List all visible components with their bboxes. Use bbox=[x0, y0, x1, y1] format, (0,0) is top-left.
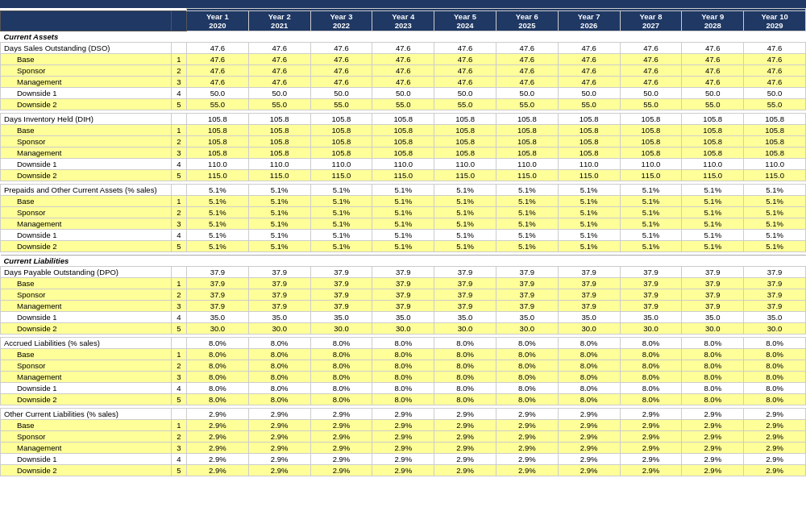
group-title-row: Days Sales Outstanding (DSO)47.647.647.6… bbox=[1, 43, 806, 54]
section-header-row: Current Assets bbox=[1, 31, 806, 43]
scenario-row: Downside 2530.030.030.030.030.030.030.03… bbox=[1, 323, 806, 335]
scenario-row: Downside 148.0%8.0%8.0%8.0%8.0%8.0%8.0%8… bbox=[1, 383, 806, 394]
scenario-row: Downside 142.9%2.9%2.9%2.9%2.9%2.9%2.9%2… bbox=[1, 454, 806, 465]
group-title-row: Days Inventory Held (DIH)105.8105.8105.8… bbox=[1, 114, 806, 125]
year8-header: Year 82027 bbox=[620, 11, 682, 31]
year10-header: Year 102029 bbox=[744, 11, 806, 31]
year2-header: Year 22021 bbox=[248, 11, 310, 31]
scenario-row: Downside 145.1%5.1%5.1%5.1%5.1%5.1%5.1%5… bbox=[1, 230, 806, 241]
year7-header: Year 72026 bbox=[558, 11, 620, 31]
scenario-row: Sponsor28.0%8.0%8.0%8.0%8.0%8.0%8.0%8.0%… bbox=[1, 360, 806, 372]
scenario-row: Sponsor22.9%2.9%2.9%2.9%2.9%2.9%2.9%2.9%… bbox=[1, 431, 806, 443]
spacer-row bbox=[1, 476, 806, 480]
scenario-row: Base18.0%8.0%8.0%8.0%8.0%8.0%8.0%8.0%8.0… bbox=[1, 349, 806, 360]
scenario-row: Base15.1%5.1%5.1%5.1%5.1%5.1%5.1%5.1%5.1… bbox=[1, 196, 806, 207]
scenario-row: Downside 25115.0115.0115.0115.0115.0115.… bbox=[1, 170, 806, 181]
scenario-row: Downside 2555.055.055.055.055.055.055.05… bbox=[1, 99, 806, 110]
year1-header: Year 12020 bbox=[186, 11, 248, 31]
scenario-row: Sponsor2105.8105.8105.8105.8105.8105.810… bbox=[1, 136, 806, 148]
scenario-row: Sponsor237.937.937.937.937.937.937.937.9… bbox=[1, 289, 806, 301]
year5-header: Year 52024 bbox=[434, 11, 496, 31]
page-title bbox=[0, 0, 806, 8]
group-title-row: Days Payable Outstanding (DPO)37.937.937… bbox=[1, 267, 806, 278]
year4-header: Year 42023 bbox=[372, 11, 434, 31]
scenario-row: Downside 1450.050.050.050.050.050.050.05… bbox=[1, 88, 806, 99]
scenario-row: Downside 14110.0110.0110.0110.0110.0110.… bbox=[1, 159, 806, 170]
scenario-row: Sponsor25.1%5.1%5.1%5.1%5.1%5.1%5.1%5.1%… bbox=[1, 207, 806, 218]
scenario-row: Management3105.8105.8105.8105.8105.8105.… bbox=[1, 148, 806, 159]
section-header-row: Current Liabilities bbox=[1, 256, 806, 267]
group-title-row: Other Current Liabilities (% sales)2.9%2… bbox=[1, 409, 806, 420]
scenario-row: Downside 255.1%5.1%5.1%5.1%5.1%5.1%5.1%5… bbox=[1, 241, 806, 252]
year3-header: Year 32022 bbox=[310, 11, 372, 31]
scenario-row: Downside 252.9%2.9%2.9%2.9%2.9%2.9%2.9%2… bbox=[1, 465, 806, 476]
scenario-row: Downside 1435.035.035.035.035.035.035.03… bbox=[1, 312, 806, 323]
group-title-row: Prepaids and Other Current Assets (% sal… bbox=[1, 185, 806, 196]
scenario-row: Management32.9%2.9%2.9%2.9%2.9%2.9%2.9%2… bbox=[1, 443, 806, 454]
scenario-row: Base137.937.937.937.937.937.937.937.937.… bbox=[1, 278, 806, 289]
scenario-row: Sponsor247.647.647.647.647.647.647.647.6… bbox=[1, 65, 806, 77]
scenario-row: Management347.647.647.647.647.647.647.64… bbox=[1, 77, 806, 88]
scenario-row: Base12.9%2.9%2.9%2.9%2.9%2.9%2.9%2.9%2.9… bbox=[1, 420, 806, 431]
group-title-row: Accrued Liabilities (% sales)8.0%8.0%8.0… bbox=[1, 338, 806, 349]
year9-header: Year 92028 bbox=[682, 11, 744, 31]
scenario-row: Downside 258.0%8.0%8.0%8.0%8.0%8.0%8.0%8… bbox=[1, 394, 806, 405]
scenario-row: Management337.937.937.937.937.937.937.93… bbox=[1, 301, 806, 312]
scenario-row: Base1105.8105.8105.8105.8105.8105.8105.8… bbox=[1, 125, 806, 136]
scenario-row: Management35.1%5.1%5.1%5.1%5.1%5.1%5.1%5… bbox=[1, 218, 806, 230]
scenario-row: Management38.0%8.0%8.0%8.0%8.0%8.0%8.0%8… bbox=[1, 372, 806, 383]
year6-header: Year 62025 bbox=[496, 11, 558, 31]
scenario-row: Base147.647.647.647.647.647.647.647.647.… bbox=[1, 54, 806, 65]
